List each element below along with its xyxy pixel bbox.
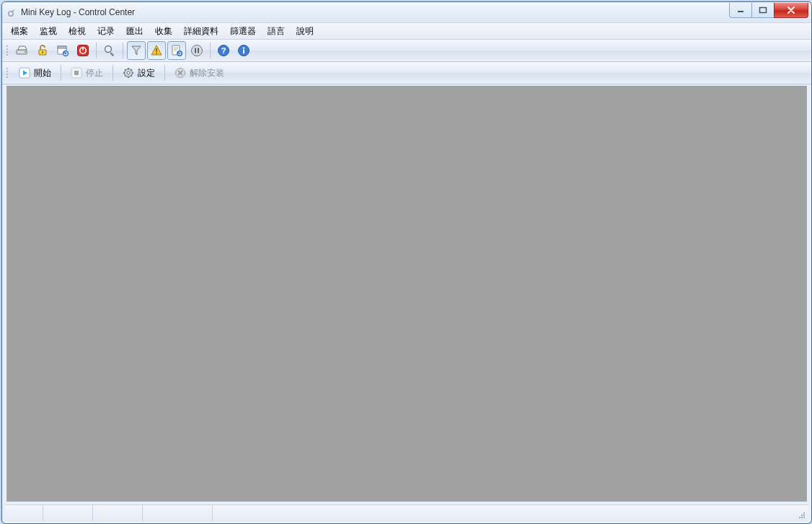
pause-circle-icon: [190, 43, 204, 58]
settings-label: 設定: [138, 67, 155, 79]
drive-icon: [15, 43, 30, 58]
power-button[interactable]: [74, 41, 92, 60]
svg-point-26: [243, 47, 244, 48]
toolbar-main: ?: [2, 40, 811, 62]
menu-records[interactable]: 记录: [92, 23, 120, 40]
menu-details[interactable]: 詳細資料: [178, 23, 224, 40]
minimize-button[interactable]: [729, 3, 752, 18]
toolbar-separator: [123, 43, 123, 58]
svg-rect-39: [803, 517, 805, 518]
menu-bar: 檔案 监视 檢視 记录 匯出 收集 詳細資料 篩選器 語言 說明: [2, 23, 811, 40]
window-controls: [730, 3, 808, 17]
svg-rect-35: [801, 515, 803, 516]
svg-rect-22: [198, 48, 199, 53]
toolbar-grip[interactable]: [5, 65, 9, 81]
info-icon: [237, 43, 251, 58]
svg-text:?: ?: [221, 46, 226, 55]
svg-rect-9: [58, 46, 66, 48]
toolbar-actions: 開始 停止 設定: [2, 62, 811, 84]
menu-monitor[interactable]: 监视: [34, 23, 63, 40]
info-button[interactable]: [234, 41, 253, 60]
app-icon: [6, 6, 18, 18]
svg-rect-2: [738, 11, 743, 12]
content-area: [6, 86, 807, 502]
app-window: Mini Key Log - Control Center 檔案 监视 檢視 记…: [1, 1, 812, 524]
uninstall-label: 解除安装: [190, 67, 224, 79]
magnifier-button[interactable]: [100, 41, 119, 60]
warning-toggle[interactable]: [147, 41, 166, 60]
drive-button[interactable]: [13, 41, 32, 60]
svg-rect-3: [760, 8, 767, 13]
magnifier-icon: [102, 43, 117, 58]
menu-file[interactable]: 檔案: [5, 23, 34, 40]
pause-button[interactable]: [187, 41, 206, 60]
menu-export[interactable]: 匯出: [120, 23, 149, 40]
svg-rect-30: [74, 71, 79, 75]
power-icon: [76, 43, 90, 58]
resize-grip[interactable]: [793, 505, 808, 521]
page-refresh-icon: [169, 43, 184, 58]
menu-view[interactable]: 檢視: [63, 23, 92, 40]
window-title: Mini Key Log - Control Center: [21, 7, 135, 17]
stop-button[interactable]: 停止: [64, 64, 110, 82]
calendar-refresh-button[interactable]: [53, 41, 72, 60]
stop-label: 停止: [86, 67, 103, 79]
svg-point-20: [192, 45, 203, 56]
unlock-icon: [35, 43, 50, 58]
filter-icon: [129, 43, 144, 58]
toolbar-separator: [164, 65, 165, 81]
toolbar-separator: [61, 65, 61, 81]
svg-point-14: [105, 46, 112, 53]
svg-rect-38: [801, 517, 803, 518]
maximize-button[interactable]: [751, 3, 775, 18]
svg-point-5: [25, 51, 26, 53]
start-button[interactable]: 開始: [12, 64, 58, 82]
page-refresh-toggle[interactable]: [167, 41, 186, 60]
status-cell-flex: [213, 505, 793, 521]
svg-rect-13: [82, 47, 84, 51]
help-button[interactable]: ?: [214, 41, 233, 60]
remove-circle-icon: [175, 67, 186, 79]
svg-point-32: [127, 71, 130, 74]
settings-button[interactable]: 設定: [116, 64, 162, 82]
unlock-button[interactable]: [33, 41, 52, 60]
status-bar: [5, 505, 808, 521]
menu-language[interactable]: 語言: [262, 23, 291, 40]
menu-help[interactable]: 說明: [291, 23, 319, 40]
status-cell-2: [43, 505, 93, 521]
status-cell-4: [143, 505, 213, 521]
svg-point-19: [177, 51, 182, 56]
title-bar: Mini Key Log - Control Center: [2, 2, 811, 23]
svg-rect-16: [156, 48, 157, 52]
help-icon: ?: [216, 43, 231, 58]
status-cell-1: [5, 505, 43, 521]
uninstall-button[interactable]: 解除安装: [168, 64, 231, 82]
svg-rect-17: [156, 53, 157, 54]
toolbar-separator: [210, 43, 211, 58]
filter-toggle[interactable]: [127, 41, 146, 60]
menu-filter[interactable]: 篩選器: [224, 23, 262, 40]
close-button[interactable]: [774, 3, 808, 18]
svg-rect-21: [195, 48, 196, 53]
menu-collect[interactable]: 收集: [149, 23, 178, 40]
play-icon: [19, 67, 30, 79]
start-label: 開始: [34, 67, 51, 79]
svg-rect-7: [42, 51, 43, 53]
toolbar-separator: [96, 43, 97, 58]
toolbar-separator: [112, 65, 113, 81]
svg-rect-15: [110, 52, 114, 56]
status-cell-3: [93, 505, 143, 521]
calendar-refresh-icon: [56, 43, 70, 58]
toolbar-grip[interactable]: [5, 43, 9, 58]
svg-rect-37: [799, 517, 800, 518]
warning-icon: [149, 43, 164, 58]
svg-rect-36: [803, 515, 805, 516]
stop-icon: [71, 67, 82, 79]
gear-icon: [123, 67, 134, 79]
svg-rect-27: [243, 50, 244, 54]
svg-rect-34: [803, 512, 805, 514]
